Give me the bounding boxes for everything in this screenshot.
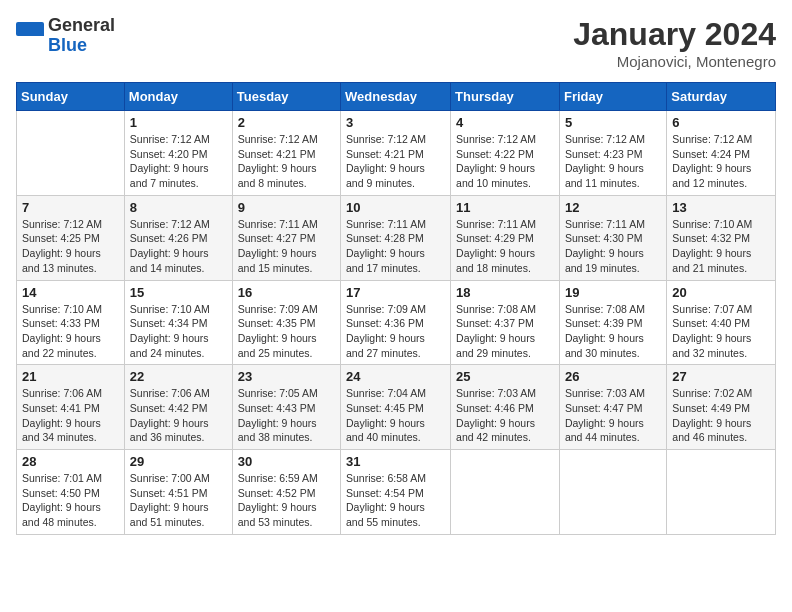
day-number: 14 bbox=[22, 285, 119, 300]
calendar-cell: 3Sunrise: 7:12 AMSunset: 4:21 PMDaylight… bbox=[341, 111, 451, 196]
header-day-tuesday: Tuesday bbox=[232, 83, 340, 111]
logo-general-text: General bbox=[48, 16, 115, 36]
header-day-sunday: Sunday bbox=[17, 83, 125, 111]
day-number: 31 bbox=[346, 454, 445, 469]
calendar-cell: 15Sunrise: 7:10 AMSunset: 4:34 PMDayligh… bbox=[124, 280, 232, 365]
day-info: Sunrise: 7:01 AMSunset: 4:50 PMDaylight:… bbox=[22, 471, 119, 530]
month-title: January 2024 bbox=[573, 16, 776, 53]
day-info: Sunrise: 7:07 AMSunset: 4:40 PMDaylight:… bbox=[672, 302, 770, 361]
day-number: 26 bbox=[565, 369, 661, 384]
day-info: Sunrise: 7:03 AMSunset: 4:47 PMDaylight:… bbox=[565, 386, 661, 445]
calendar-cell: 23Sunrise: 7:05 AMSunset: 4:43 PMDayligh… bbox=[232, 365, 340, 450]
calendar-week-4: 21Sunrise: 7:06 AMSunset: 4:41 PMDayligh… bbox=[17, 365, 776, 450]
header-day-wednesday: Wednesday bbox=[341, 83, 451, 111]
day-info: Sunrise: 6:59 AMSunset: 4:52 PMDaylight:… bbox=[238, 471, 335, 530]
svg-rect-1 bbox=[16, 36, 44, 50]
day-info: Sunrise: 7:11 AMSunset: 4:30 PMDaylight:… bbox=[565, 217, 661, 276]
calendar-table: SundayMondayTuesdayWednesdayThursdayFrid… bbox=[16, 82, 776, 535]
day-number: 12 bbox=[565, 200, 661, 215]
calendar-cell bbox=[17, 111, 125, 196]
day-info: Sunrise: 7:12 AMSunset: 4:22 PMDaylight:… bbox=[456, 132, 554, 191]
calendar-cell: 2Sunrise: 7:12 AMSunset: 4:21 PMDaylight… bbox=[232, 111, 340, 196]
day-number: 30 bbox=[238, 454, 335, 469]
calendar-cell: 5Sunrise: 7:12 AMSunset: 4:23 PMDaylight… bbox=[559, 111, 666, 196]
day-number: 15 bbox=[130, 285, 227, 300]
day-info: Sunrise: 7:05 AMSunset: 4:43 PMDaylight:… bbox=[238, 386, 335, 445]
day-number: 13 bbox=[672, 200, 770, 215]
day-number: 24 bbox=[346, 369, 445, 384]
day-info: Sunrise: 7:03 AMSunset: 4:46 PMDaylight:… bbox=[456, 386, 554, 445]
day-number: 23 bbox=[238, 369, 335, 384]
day-info: Sunrise: 7:02 AMSunset: 4:49 PMDaylight:… bbox=[672, 386, 770, 445]
calendar-cell: 9Sunrise: 7:11 AMSunset: 4:27 PMDaylight… bbox=[232, 195, 340, 280]
day-number: 25 bbox=[456, 369, 554, 384]
day-number: 6 bbox=[672, 115, 770, 130]
day-info: Sunrise: 7:12 AMSunset: 4:24 PMDaylight:… bbox=[672, 132, 770, 191]
calendar-cell: 28Sunrise: 7:01 AMSunset: 4:50 PMDayligh… bbox=[17, 450, 125, 535]
calendar-cell: 21Sunrise: 7:06 AMSunset: 4:41 PMDayligh… bbox=[17, 365, 125, 450]
day-info: Sunrise: 7:12 AMSunset: 4:23 PMDaylight:… bbox=[565, 132, 661, 191]
day-info: Sunrise: 7:10 AMSunset: 4:33 PMDaylight:… bbox=[22, 302, 119, 361]
calendar-cell bbox=[451, 450, 560, 535]
day-info: Sunrise: 7:11 AMSunset: 4:28 PMDaylight:… bbox=[346, 217, 445, 276]
calendar-cell: 16Sunrise: 7:09 AMSunset: 4:35 PMDayligh… bbox=[232, 280, 340, 365]
calendar-cell: 11Sunrise: 7:11 AMSunset: 4:29 PMDayligh… bbox=[451, 195, 560, 280]
calendar-cell: 18Sunrise: 7:08 AMSunset: 4:37 PMDayligh… bbox=[451, 280, 560, 365]
calendar-body: 1Sunrise: 7:12 AMSunset: 4:20 PMDaylight… bbox=[17, 111, 776, 535]
day-number: 20 bbox=[672, 285, 770, 300]
calendar-week-5: 28Sunrise: 7:01 AMSunset: 4:50 PMDayligh… bbox=[17, 450, 776, 535]
day-number: 7 bbox=[22, 200, 119, 215]
header-row: SundayMondayTuesdayWednesdayThursdayFrid… bbox=[17, 83, 776, 111]
header-day-friday: Friday bbox=[559, 83, 666, 111]
logo-text: General Blue bbox=[48, 16, 115, 56]
calendar-cell: 30Sunrise: 6:59 AMSunset: 4:52 PMDayligh… bbox=[232, 450, 340, 535]
page-header: General Blue January 2024 Mojanovici, Mo… bbox=[16, 16, 776, 70]
calendar-week-1: 1Sunrise: 7:12 AMSunset: 4:20 PMDaylight… bbox=[17, 111, 776, 196]
calendar-week-3: 14Sunrise: 7:10 AMSunset: 4:33 PMDayligh… bbox=[17, 280, 776, 365]
day-number: 1 bbox=[130, 115, 227, 130]
day-number: 11 bbox=[456, 200, 554, 215]
day-info: Sunrise: 7:11 AMSunset: 4:29 PMDaylight:… bbox=[456, 217, 554, 276]
header-day-monday: Monday bbox=[124, 83, 232, 111]
location-text: Mojanovici, Montenegro bbox=[573, 53, 776, 70]
calendar-cell: 25Sunrise: 7:03 AMSunset: 4:46 PMDayligh… bbox=[451, 365, 560, 450]
calendar-cell bbox=[559, 450, 666, 535]
day-number: 22 bbox=[130, 369, 227, 384]
day-info: Sunrise: 7:12 AMSunset: 4:25 PMDaylight:… bbox=[22, 217, 119, 276]
calendar-cell: 22Sunrise: 7:06 AMSunset: 4:42 PMDayligh… bbox=[124, 365, 232, 450]
day-number: 10 bbox=[346, 200, 445, 215]
day-number: 29 bbox=[130, 454, 227, 469]
day-number: 2 bbox=[238, 115, 335, 130]
day-number: 21 bbox=[22, 369, 119, 384]
day-number: 28 bbox=[22, 454, 119, 469]
day-info: Sunrise: 7:04 AMSunset: 4:45 PMDaylight:… bbox=[346, 386, 445, 445]
day-number: 17 bbox=[346, 285, 445, 300]
day-info: Sunrise: 7:12 AMSunset: 4:21 PMDaylight:… bbox=[238, 132, 335, 191]
day-info: Sunrise: 7:06 AMSunset: 4:42 PMDaylight:… bbox=[130, 386, 227, 445]
logo-blue-text: Blue bbox=[48, 36, 115, 56]
day-number: 19 bbox=[565, 285, 661, 300]
title-block: January 2024 Mojanovici, Montenegro bbox=[573, 16, 776, 70]
calendar-cell: 14Sunrise: 7:10 AMSunset: 4:33 PMDayligh… bbox=[17, 280, 125, 365]
calendar-cell: 1Sunrise: 7:12 AMSunset: 4:20 PMDaylight… bbox=[124, 111, 232, 196]
logo-icon bbox=[16, 22, 44, 50]
calendar-cell: 7Sunrise: 7:12 AMSunset: 4:25 PMDaylight… bbox=[17, 195, 125, 280]
logo: General Blue bbox=[16, 16, 115, 56]
calendar-cell: 10Sunrise: 7:11 AMSunset: 4:28 PMDayligh… bbox=[341, 195, 451, 280]
calendar-cell: 24Sunrise: 7:04 AMSunset: 4:45 PMDayligh… bbox=[341, 365, 451, 450]
day-number: 18 bbox=[456, 285, 554, 300]
day-info: Sunrise: 7:08 AMSunset: 4:37 PMDaylight:… bbox=[456, 302, 554, 361]
calendar-cell: 6Sunrise: 7:12 AMSunset: 4:24 PMDaylight… bbox=[667, 111, 776, 196]
calendar-header: SundayMondayTuesdayWednesdayThursdayFrid… bbox=[17, 83, 776, 111]
day-info: Sunrise: 7:10 AMSunset: 4:34 PMDaylight:… bbox=[130, 302, 227, 361]
calendar-cell: 8Sunrise: 7:12 AMSunset: 4:26 PMDaylight… bbox=[124, 195, 232, 280]
calendar-cell: 17Sunrise: 7:09 AMSunset: 4:36 PMDayligh… bbox=[341, 280, 451, 365]
calendar-week-2: 7Sunrise: 7:12 AMSunset: 4:25 PMDaylight… bbox=[17, 195, 776, 280]
day-number: 8 bbox=[130, 200, 227, 215]
calendar-cell: 19Sunrise: 7:08 AMSunset: 4:39 PMDayligh… bbox=[559, 280, 666, 365]
day-info: Sunrise: 7:08 AMSunset: 4:39 PMDaylight:… bbox=[565, 302, 661, 361]
calendar-cell: 31Sunrise: 6:58 AMSunset: 4:54 PMDayligh… bbox=[341, 450, 451, 535]
calendar-cell bbox=[667, 450, 776, 535]
calendar-cell: 20Sunrise: 7:07 AMSunset: 4:40 PMDayligh… bbox=[667, 280, 776, 365]
day-info: Sunrise: 7:12 AMSunset: 4:21 PMDaylight:… bbox=[346, 132, 445, 191]
